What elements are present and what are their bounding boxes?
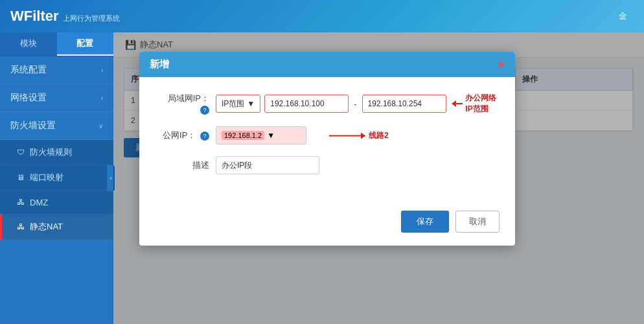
form-row-lan-ip: 局域网IP： ? IP范围 ▼ - bbox=[157, 93, 497, 115]
sidebar-sub-label-dmz: DMZ bbox=[30, 198, 48, 207]
modal-body: 局域网IP： ? IP范围 ▼ - bbox=[139, 77, 515, 202]
modal-footer: 保存 取消 bbox=[139, 202, 515, 246]
sidebar-item-label-network: 网络设置 bbox=[10, 92, 47, 104]
sidebar-sub-label-nat: 静态NAT bbox=[30, 221, 63, 233]
sidebar-item-dmz[interactable]: 🖧 DMZ bbox=[0, 191, 113, 214]
arrow-line-line2 bbox=[329, 135, 365, 136]
annotation-arrowhead bbox=[452, 100, 456, 107]
annotation-text-ip-range: 办公网络IP范围 bbox=[465, 93, 497, 115]
ip-type-select[interactable]: IP范围 ▼ bbox=[216, 95, 260, 113]
sidebar-item-firewall-rules[interactable]: 🛡 防火墙规则 bbox=[0, 140, 113, 165]
monitor-icon: 🖥 bbox=[16, 172, 26, 183]
user-icon[interactable]: 金 bbox=[619, 10, 634, 22]
save-button[interactable]: 保存 bbox=[401, 211, 449, 233]
sidebar-item-label-firewall: 防火墙设置 bbox=[10, 120, 56, 132]
ip-range-annotation: 办公网络IP范围 bbox=[452, 93, 497, 115]
sidebar-item-label-system: 系统配置 bbox=[10, 64, 47, 76]
modal-overlay: 新增 × 局域网IP： ? IP范围 ▼ bbox=[113, 32, 644, 324]
sidebar-tabs: 模块 配置 bbox=[0, 32, 113, 56]
tab-module[interactable]: 模块 bbox=[0, 32, 57, 56]
line2-annotation: 线路2 bbox=[329, 130, 389, 141]
modal-dialog: 新增 × 局域网IP： ? IP范围 ▼ bbox=[139, 52, 515, 246]
sidebar-sub-label-port: 端口映射 bbox=[30, 172, 63, 183]
form-row-public-ip: 公网IP： ? 192.168.1.2 ▼ bbox=[157, 126, 497, 145]
sidebar-submenu-firewall: 🛡 防火墙规则 🖥 端口映射 🖧 DMZ 🖧 静态NAT bbox=[0, 140, 113, 240]
sidebar-item-system[interactable]: 系统配置 › bbox=[0, 56, 113, 84]
ip-start-input[interactable] bbox=[264, 95, 349, 113]
public-ip-value: 192.168.1.2 bbox=[222, 131, 264, 140]
chevron-right-icon: › bbox=[101, 67, 103, 74]
logo: WFilter 上网行为管理系统 bbox=[10, 8, 120, 25]
form-label-desc: 描述 bbox=[157, 159, 216, 171]
modal-header: 新增 × bbox=[139, 52, 515, 77]
form-label-public-ip: 公网IP： ? bbox=[157, 130, 216, 141]
header: WFilter 上网行为管理系统 金 bbox=[0, 0, 644, 32]
tab-config[interactable]: 配置 bbox=[57, 32, 114, 56]
help-icon-public[interactable]: ? bbox=[200, 132, 209, 141]
main-area: ‹ 💾 静态NAT 序号 局域网IP 公网IP 描述 操作 1 bbox=[113, 32, 644, 324]
sidebar-menu: 系统配置 › 网络设置 › 防火墙设置 ∨ 🛡 防火墙规则 🖥 端口映射 bbox=[0, 56, 113, 324]
form-label-lan-ip: 局域网IP： ? bbox=[157, 93, 216, 115]
ip-range-dash: - bbox=[352, 99, 358, 109]
help-icon-lan[interactable]: ? bbox=[200, 106, 209, 115]
arrowhead-line2 bbox=[361, 132, 365, 139]
modal-close-button[interactable]: × bbox=[498, 59, 505, 71]
cancel-button[interactable]: 取消 bbox=[455, 211, 500, 233]
desc-controls bbox=[216, 156, 497, 174]
description-input[interactable] bbox=[216, 156, 319, 174]
annotation-text-line2: 线路2 bbox=[369, 130, 389, 141]
sidebar: 模块 配置 系统配置 › 网络设置 › 防火墙设置 ∨ 🛡 防火墙规则 bbox=[0, 32, 113, 324]
public-ip-dropdown-icon: ▼ bbox=[267, 131, 275, 140]
logo-sub: 上网行为管理系统 bbox=[63, 14, 120, 23]
sidebar-item-network[interactable]: 网络设置 › bbox=[0, 84, 113, 112]
public-ip-select[interactable]: 192.168.1.2 ▼ bbox=[216, 126, 306, 145]
shield-icon: 🛡 bbox=[16, 147, 26, 157]
layout: 模块 配置 系统配置 › 网络设置 › 防火墙设置 ∨ 🛡 防火墙规则 bbox=[0, 32, 644, 324]
sidebar-item-static-nat[interactable]: 🖧 静态NAT bbox=[0, 214, 113, 240]
dropdown-icon: ▼ bbox=[247, 99, 255, 108]
nat-icon: 🖧 bbox=[16, 222, 26, 232]
ip-end-input[interactable] bbox=[362, 95, 446, 113]
modal-title: 新增 bbox=[150, 58, 169, 71]
form-row-description: 描述 bbox=[157, 156, 497, 174]
server-icon: 🖧 bbox=[16, 197, 26, 207]
ip-type-value: IP范围 bbox=[222, 98, 244, 110]
logo-main: WFilter bbox=[10, 8, 59, 25]
chevron-down-icon: ∨ bbox=[98, 122, 103, 130]
chevron-right-icon: › bbox=[101, 95, 103, 102]
sidebar-sub-label-fw-rules: 防火墙规则 bbox=[30, 146, 72, 158]
sidebar-item-port-mapping[interactable]: 🖥 端口映射 bbox=[0, 165, 113, 191]
sidebar-item-firewall[interactable]: 防火墙设置 ∨ bbox=[0, 112, 113, 140]
annotation-arrow-line bbox=[452, 103, 463, 104]
